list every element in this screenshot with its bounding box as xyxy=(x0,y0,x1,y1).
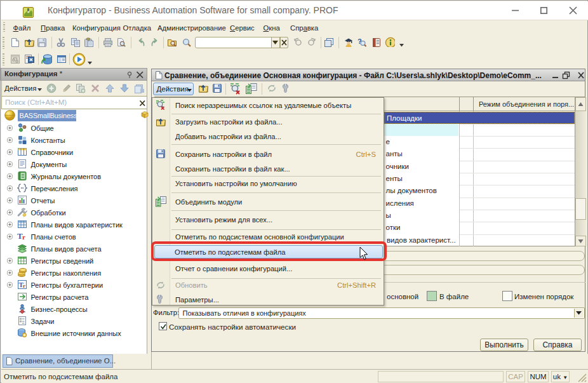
svg-text:r: r xyxy=(22,233,25,241)
svg-text:r: r xyxy=(23,283,25,289)
